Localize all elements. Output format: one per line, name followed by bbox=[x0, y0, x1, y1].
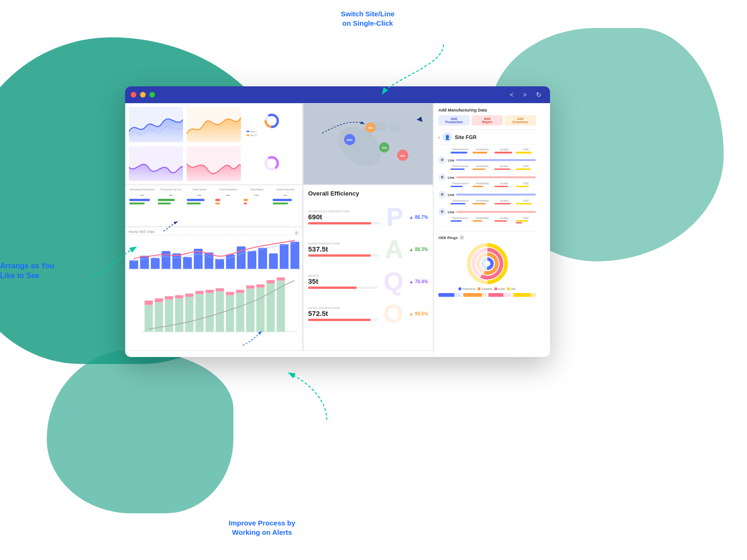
svg-rect-49 bbox=[277, 277, 285, 280]
svg-rect-40 bbox=[236, 293, 244, 332]
line-4-metrics-header: Performance Availability Quality OEE bbox=[438, 217, 536, 220]
svg-rect-20 bbox=[290, 242, 299, 269]
svg-rect-10 bbox=[183, 257, 192, 269]
svg-rect-26 bbox=[165, 299, 173, 331]
svg-rect-31 bbox=[185, 294, 194, 297]
site-person-icon: 👤 bbox=[443, 133, 452, 142]
svg-rect-25 bbox=[155, 298, 163, 302]
legend-performance-dot bbox=[458, 287, 461, 290]
chart-donut-top: Item 1 Item 2 bbox=[245, 107, 299, 142]
forward-button[interactable]: > bbox=[520, 90, 529, 99]
map-panel: 85% 39% 70% 90% bbox=[303, 103, 433, 185]
svg-text:90%: 90% bbox=[400, 154, 405, 157]
svg-rect-39 bbox=[226, 292, 234, 295]
line-3-icon: ⚙ bbox=[438, 191, 446, 198]
svg-text:39%: 39% bbox=[368, 126, 373, 129]
legend-quality-dot bbox=[494, 287, 497, 290]
line-item-2: ⚙ Line Performance Availability Quality … bbox=[438, 174, 536, 189]
site-header: ‹ 👤 Site FGR bbox=[438, 129, 536, 145]
chevron-left-icon[interactable]: ‹ bbox=[438, 135, 440, 140]
stacked-bar-chart-panel bbox=[125, 269, 303, 351]
svg-rect-6 bbox=[140, 256, 149, 269]
metric-row-o: TOTAL PRODUCTION 572.5t O ▲ 90.5% bbox=[308, 299, 428, 329]
svg-rect-29 bbox=[175, 295, 183, 298]
svg-rect-17 bbox=[258, 248, 267, 269]
browser-titlebar: < > ↻ bbox=[125, 86, 550, 103]
line-2-icon: ⚙ bbox=[438, 174, 446, 181]
svg-rect-30 bbox=[185, 297, 194, 332]
svg-rect-13 bbox=[215, 259, 224, 269]
annotation-arrange: Arrange as You Like to See bbox=[0, 261, 55, 281]
svg-rect-33 bbox=[195, 291, 204, 294]
add-data-title: Add Manufacturing Data bbox=[438, 108, 536, 112]
legend-availability: Availability bbox=[478, 287, 493, 290]
oee-legend: Performance Availability Quality OEE bbox=[438, 287, 536, 290]
bg-blob-bottom bbox=[47, 350, 233, 513]
metric-row-p: SCHEDULED PRODUCTION 690t P ▲ 86.7% bbox=[308, 203, 428, 232]
svg-text:70%: 70% bbox=[382, 147, 387, 149]
svg-rect-8 bbox=[162, 251, 170, 269]
efficiency-title: Overall Efficiency bbox=[308, 190, 428, 197]
legend-oee: OEE bbox=[507, 287, 516, 290]
add-reject-button[interactable]: AddReject bbox=[472, 115, 503, 126]
line-4-icon: ⚙ bbox=[438, 208, 446, 216]
svg-rect-37 bbox=[216, 288, 224, 291]
add-data-buttons: AddProduction AddReject AddDowntime bbox=[438, 115, 536, 126]
efficiency-panel: Overall Efficiency SCHEDULED PRODUCTION … bbox=[303, 185, 433, 351]
close-button[interactable] bbox=[131, 92, 136, 98]
legend-quality: Quality bbox=[494, 287, 506, 290]
line-1-metrics-header: Performance Availability Quality OEE bbox=[438, 165, 536, 168]
oee-rings-info-icon[interactable]: i bbox=[459, 235, 464, 240]
svg-rect-44 bbox=[256, 287, 265, 332]
line-3-metrics-header: Performance Availability Quality OEE bbox=[438, 199, 536, 203]
svg-rect-27 bbox=[165, 296, 173, 299]
annotation-switch-site: Switch Site/Line on Single-Click bbox=[341, 9, 395, 28]
legend-oee-dot bbox=[507, 287, 510, 290]
svg-rect-41 bbox=[236, 290, 244, 293]
chart-blue-wave bbox=[129, 107, 183, 142]
legend-performance: Performance bbox=[458, 287, 476, 290]
svg-rect-46 bbox=[267, 283, 275, 332]
svg-text:85%: 85% bbox=[347, 139, 353, 141]
add-production-button[interactable]: AddProduction bbox=[438, 115, 470, 126]
svg-rect-47 bbox=[267, 280, 275, 283]
oee-rings-section: OEE Rings i bbox=[438, 231, 536, 297]
charts-grid-panel: Item 1 Item 2 bbox=[125, 103, 303, 185]
svg-rect-23 bbox=[145, 301, 153, 305]
stats-bar-panel: Scheduled Production Production So Far T… bbox=[125, 185, 303, 227]
oee-rings-chart bbox=[438, 243, 536, 285]
metrics-header: Performance Availability Quality OEE bbox=[438, 148, 536, 152]
refresh-button[interactable]: ↻ bbox=[533, 90, 544, 99]
line-1-icon: ⚙ bbox=[438, 156, 446, 164]
svg-rect-28 bbox=[175, 298, 183, 332]
oee-rings-title: OEE Rings i bbox=[438, 235, 536, 240]
svg-rect-22 bbox=[145, 305, 153, 332]
right-panel: Add Manufacturing Data AddProduction Add… bbox=[433, 103, 541, 357]
browser-window: < > ↻ bbox=[125, 86, 550, 357]
chart-purple-wave bbox=[129, 146, 183, 182]
svg-rect-45 bbox=[256, 284, 265, 287]
back-button[interactable]: < bbox=[507, 90, 516, 99]
svg-rect-16 bbox=[247, 251, 256, 269]
chart-orange-wave bbox=[187, 107, 241, 142]
metric-row-q: WASTE 35t Q ▲ 70.4% bbox=[308, 267, 428, 296]
svg-rect-42 bbox=[246, 288, 254, 331]
oee-bar-chart-panel: Hourly OEE Chart i bbox=[125, 227, 303, 269]
svg-rect-34 bbox=[205, 293, 214, 332]
legend-availability-dot bbox=[478, 287, 480, 290]
svg-marker-58 bbox=[416, 117, 423, 122]
svg-rect-19 bbox=[280, 244, 289, 269]
svg-rect-43 bbox=[246, 285, 254, 288]
minimize-button[interactable] bbox=[140, 92, 146, 98]
svg-rect-38 bbox=[226, 295, 234, 331]
svg-rect-7 bbox=[151, 258, 160, 269]
add-downtime-button[interactable]: AddDowntime bbox=[505, 115, 536, 126]
maximize-button[interactable] bbox=[149, 92, 155, 98]
chart-pink-wave bbox=[187, 146, 241, 182]
svg-rect-35 bbox=[205, 290, 214, 293]
svg-rect-18 bbox=[269, 253, 278, 269]
line-2-metrics-header: Performance Availability Quality OEE bbox=[438, 182, 536, 186]
svg-rect-36 bbox=[216, 291, 224, 332]
svg-rect-14 bbox=[226, 254, 235, 269]
metric-row-a: GOOD PRODUCTION 537.5t A ▲ 88.3% bbox=[308, 235, 428, 264]
